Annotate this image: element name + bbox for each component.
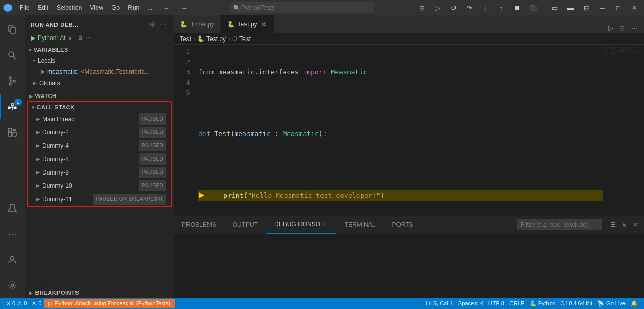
tab-test-py[interactable]: 🐍 Test.py ✕ — [221, 15, 274, 33]
menu-edit[interactable]: Edit — [33, 0, 52, 15]
line-ending[interactable]: CRLF — [507, 300, 526, 306]
global-search-input[interactable] — [230, 2, 374, 13]
menu-file[interactable]: File — [15, 0, 33, 15]
maximize-btn[interactable]: □ — [611, 0, 626, 15]
call-stack-item-dummy10[interactable]: ▶ Dummy-10 PAUSED — [28, 179, 171, 192]
collapse-panel-icon[interactable]: ∧ — [620, 220, 629, 229]
svg-rect-13 — [8, 128, 12, 132]
tab-timer-py[interactable]: 🐍 Timer.py — [174, 15, 221, 33]
panel-toggle-btn[interactable]: ▬ — [563, 0, 578, 15]
call-stack-item-dummy9[interactable]: ▶ Dummy-9 PAUSED — [28, 166, 171, 179]
code-content[interactable]: from measmatic.interfaces import Measmat… — [194, 45, 603, 216]
tab-problems[interactable]: PROBLEMS — [174, 216, 224, 234]
notifications-btn[interactable]: 🔔 — [629, 300, 640, 307]
language-mode[interactable]: 🐍 Python — [527, 300, 558, 307]
layout-toggle-btn[interactable]: ⊟ — [579, 0, 594, 15]
locals-tree-item[interactable]: ▾ Locals — [25, 55, 174, 66]
breadcrumb-sep-2: › — [228, 35, 230, 43]
activity-debug[interactable]: 1 — [0, 94, 25, 119]
call-stack-item-dummy2[interactable]: ▶ Dummy-2 PAUSED — [28, 126, 171, 139]
tab-output[interactable]: OUTPUT — [224, 216, 266, 234]
activity-extensions[interactable] — [0, 120, 25, 145]
activity-source-control[interactable] — [0, 69, 25, 93]
debug-continue-btn[interactable]: ▷ — [430, 0, 445, 15]
minimize-btn[interactable]: ─ — [595, 0, 610, 15]
activity-explorer[interactable] — [0, 17, 25, 42]
svg-rect-2 — [11, 27, 15, 33]
breadcrumb-class-icon: ⬡ — [232, 35, 237, 42]
activity-settings[interactable] — [0, 273, 25, 298]
sidebar-toggle-btn[interactable]: ▭ — [547, 0, 562, 15]
encoding[interactable]: UTF-8 — [486, 300, 506, 306]
nav-back-button[interactable]: ← — [159, 0, 174, 15]
dummy2-chevron-icon: ▶ — [36, 127, 40, 138]
locals-chevron-icon: ▾ — [33, 55, 35, 66]
debug-stepover-btn[interactable]: ↷ — [462, 0, 477, 15]
layout-btn[interactable]: ⊞ — [414, 0, 429, 15]
debug-play-button[interactable]: ▶ Python: At ∨ — [29, 33, 74, 43]
run-tab-btn[interactable]: ▷ — [606, 23, 615, 33]
statusbar-right: Ln 5, Col 1 Spaces: 4 UTF-8 CRLF 🐍 Pytho… — [424, 300, 640, 307]
activity-testing[interactable] — [0, 196, 25, 221]
close-btn[interactable]: ✕ — [627, 0, 642, 15]
more-tab-actions-btn[interactable]: ⋯ — [629, 23, 640, 33]
breakpoints-section-header[interactable]: ▶ BREAKPOINTS — [25, 287, 174, 298]
globals-tree-item[interactable]: ▶ Globals — [25, 78, 174, 89]
call-stack-item-dummy11[interactable]: ▶ Dummy-11 PAUSED ON BREAKPOINT — [28, 192, 171, 206]
breadcrumb-testpy[interactable]: Test.py — [206, 35, 226, 43]
debug-more-btn[interactable]: ⚫ — [525, 0, 541, 15]
measmatic-chevron-icon: ▶ — [41, 67, 45, 77]
menu-more[interactable]: ... — [143, 0, 157, 15]
more-options-icon[interactable]: ⋯ — [159, 20, 167, 29]
activity-more[interactable]: ⋯ — [0, 222, 25, 246]
call-stack-section: ▾ CALL STACK ▶ MainThread PAUSED ▶ Dummy… — [27, 101, 172, 207]
debug-gear-icon[interactable]: ⚙ — [78, 34, 83, 42]
error-indicator-2[interactable]: ✕ 0 — [30, 300, 43, 307]
mainthread-badge: PAUSED — [139, 113, 166, 125]
debug-restart-btn[interactable]: ↺ — [446, 0, 461, 15]
call-stack-item-dummy8[interactable]: ▶ Dummy-8 PAUSED — [28, 152, 171, 166]
debug-console-filter[interactable] — [517, 219, 602, 230]
filter-list-icon[interactable]: ☰ — [608, 220, 618, 229]
code-line-1: from measmatic.interfaces import Measmat… — [198, 67, 603, 78]
menu-view[interactable]: View — [86, 0, 107, 15]
settings-icon[interactable]: ⚙ — [148, 20, 157, 29]
variables-section-header[interactable]: ▾ VARIABLES — [25, 45, 174, 55]
breadcrumb-test-folder[interactable]: Test — [180, 35, 191, 43]
svg-point-6 — [9, 83, 11, 85]
call-stack-header[interactable]: ▾ CALL STACK — [28, 102, 171, 112]
close-panel-icon[interactable]: ✕ — [631, 220, 640, 229]
panel-content — [174, 234, 644, 298]
sidebar-action-buttons: ⚙ ⋯ — [148, 20, 167, 29]
debug-stop-btn[interactable]: ⏹ — [509, 0, 525, 15]
debug-attach-info[interactable]: ▷ Python: Attach using Process Id (Pytho… — [44, 299, 175, 308]
menu-go[interactable]: Go — [107, 0, 124, 15]
indentation[interactable]: Spaces: 4 — [456, 300, 485, 306]
svg-line-4 — [13, 56, 16, 59]
debug-stepinto-btn[interactable]: ↓ — [478, 0, 493, 15]
debug-dots-icon[interactable]: ⋯ — [85, 34, 91, 42]
call-stack-item-mainthread[interactable]: ▶ MainThread PAUSED — [28, 112, 171, 126]
menu-selection[interactable]: Selection — [52, 0, 86, 15]
error-count[interactable]: ✕ 0 ⚠ 0 — [4, 300, 29, 307]
measmatic-tree-item[interactable]: ▶ measmatic: <Measmatic.TestInterfa... — [25, 66, 174, 78]
tab-terminal[interactable]: TERMINAL — [336, 216, 384, 234]
menu-run[interactable]: Run — [124, 0, 143, 15]
activity-account[interactable] — [0, 247, 25, 272]
watch-section-header[interactable]: ▶ WATCH — [25, 91, 174, 101]
debug-stepout-btn[interactable]: ↑ — [494, 0, 509, 15]
go-live-btn[interactable]: 📡 Go Live — [595, 300, 628, 307]
error-icon-2: ✕ — [32, 300, 36, 307]
dummy10-chevron-icon: ▶ — [36, 181, 40, 191]
activity-search[interactable] — [0, 43, 25, 68]
cursor-position[interactable]: Ln 5, Col 1 — [424, 300, 455, 306]
split-editor-btn[interactable]: ⊟ — [617, 23, 627, 33]
close-tab-icon[interactable]: ✕ — [260, 20, 268, 28]
tab-ports[interactable]: PORTS — [384, 216, 421, 234]
code-editor[interactable]: 1 2 3 4 5 from measmatic.interfaces impo… — [174, 45, 644, 216]
breadcrumb-test-fn[interactable]: Test — [239, 35, 251, 43]
tab-debug-console[interactable]: DEBUG CONSOLE — [266, 216, 336, 234]
nav-forward-button[interactable]: → — [176, 0, 192, 15]
call-stack-item-dummy4[interactable]: ▶ Dummy-4 PAUSED — [28, 139, 171, 152]
python-version[interactable]: 3.10.4 64-bit — [559, 300, 594, 306]
